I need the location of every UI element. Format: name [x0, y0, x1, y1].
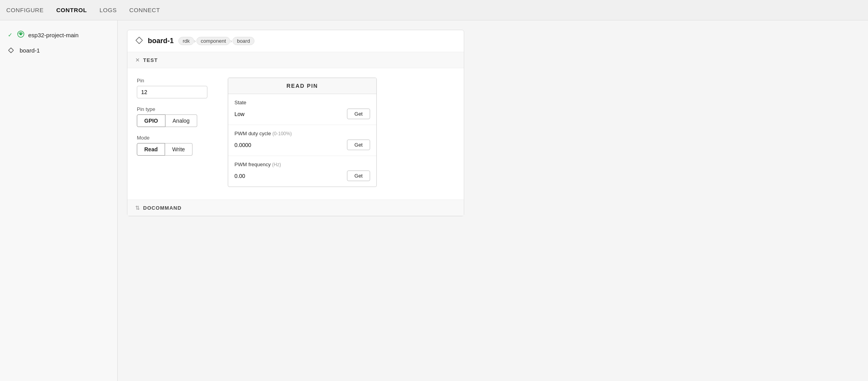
- mode-label: Mode: [137, 135, 215, 141]
- board-card: board-1 rdk › component › board ✕ TEST: [127, 30, 464, 216]
- read-pin-header: READ PIN: [228, 78, 376, 94]
- docommand-section: ⇅ DOCOMMAND: [127, 200, 464, 216]
- sidebar-item-board1-label: board-1: [20, 47, 40, 54]
- nav-logs[interactable]: LOGS: [100, 5, 117, 15]
- pwm-duty-row: PWM duty cycle (0-100%) 0.0000 Get: [228, 125, 376, 156]
- state-get-btn[interactable]: Get: [347, 109, 370, 119]
- check-icon: ✓: [8, 32, 13, 38]
- sidebar: ✓ esp32-project-main board-1: [0, 20, 118, 381]
- top-nav: CONFIGURE CONTROL LOGS CONNECT: [0, 0, 868, 20]
- svg-rect-3: [136, 37, 143, 44]
- card-title: board-1: [148, 37, 174, 45]
- pwm-duty-get-btn[interactable]: Get: [347, 140, 370, 150]
- sidebar-item-board1[interactable]: board-1: [0, 43, 117, 58]
- docommand-toggle-icon: ⇅: [135, 205, 140, 211]
- pin-type-btn-group: GPIO Analog: [137, 114, 215, 127]
- pwm-freq-label: PWM frequency (Hz): [234, 161, 370, 167]
- pwm-freq-unit: (Hz): [272, 162, 281, 167]
- pwm-duty-value-area: 0.0000 Get: [234, 140, 370, 150]
- mode-write-btn[interactable]: Write: [165, 143, 192, 156]
- breadcrumb-board: board: [232, 37, 254, 45]
- state-label: State: [234, 100, 370, 105]
- pin-type-label: Pin type: [137, 106, 215, 112]
- test-section-body: Pin Pin type GPIO Analog Mode: [127, 68, 464, 200]
- sidebar-item-esp32[interactable]: ✓ esp32-project-main: [0, 27, 117, 43]
- pwm-freq-value: 0.00: [234, 173, 245, 179]
- diamond-icon-sidebar: [8, 47, 14, 54]
- breadcrumb-arrow-1: ›: [194, 38, 196, 44]
- pwm-freq-value-area: 0.00 Get: [234, 171, 370, 181]
- card-header: board-1 rdk › component › board: [127, 30, 464, 52]
- read-pin-panel: READ PIN State Low Get PWM duty cycle: [228, 78, 377, 187]
- mode-btn-group: Read Write: [137, 143, 215, 156]
- state-row: State Low Get: [228, 94, 376, 125]
- pwm-duty-label: PWM duty cycle (0-100%): [234, 131, 370, 136]
- nav-connect[interactable]: CONNECT: [129, 5, 160, 15]
- left-panel: Pin Pin type GPIO Analog Mode: [137, 78, 215, 187]
- pwm-duty-unit: (0-100%): [272, 131, 292, 136]
- test-section-label: TEST: [143, 57, 158, 63]
- pwm-freq-get-btn[interactable]: Get: [347, 171, 370, 181]
- test-section-header[interactable]: ✕ TEST: [127, 52, 464, 68]
- pin-input[interactable]: [137, 86, 207, 98]
- mode-group: Mode Read Write: [137, 135, 215, 156]
- docommand-section-label: DOCOMMAND: [143, 205, 182, 211]
- breadcrumb: rdk › component › board: [178, 37, 256, 45]
- test-collapse-icon: ✕: [135, 57, 140, 63]
- breadcrumb-arrow-2: ›: [230, 38, 232, 44]
- nav-control[interactable]: CONTROL: [56, 5, 87, 15]
- breadcrumb-component: component: [196, 37, 230, 45]
- docommand-section-header[interactable]: ⇅ DOCOMMAND: [127, 200, 464, 216]
- pin-type-analog-btn[interactable]: Analog: [165, 114, 197, 127]
- breadcrumb-rdk: rdk: [178, 37, 194, 45]
- pin-type-group: Pin type GPIO Analog: [137, 106, 215, 127]
- sidebar-item-esp32-label: esp32-project-main: [28, 32, 78, 38]
- pwm-duty-value: 0.0000: [234, 142, 251, 148]
- svg-point-1: [20, 33, 22, 35]
- diamond-icon-header: [135, 36, 143, 45]
- state-value: Low: [234, 111, 245, 117]
- pin-field-label: Pin: [137, 78, 215, 83]
- nav-configure[interactable]: CONFIGURE: [6, 5, 44, 15]
- layout: ✓ esp32-project-main board-1: [0, 20, 868, 381]
- pwm-freq-row: PWM frequency (Hz) 0.00 Get: [228, 156, 376, 187]
- mode-read-btn[interactable]: Read: [137, 143, 165, 156]
- state-value-area: Low Get: [234, 109, 370, 119]
- pin-field-group: Pin: [137, 78, 215, 98]
- pin-type-gpio-btn[interactable]: GPIO: [137, 114, 165, 127]
- wifi-icon: [17, 31, 24, 39]
- main-content: board-1 rdk › component › board ✕ TEST: [118, 20, 868, 381]
- svg-rect-2: [9, 48, 14, 53]
